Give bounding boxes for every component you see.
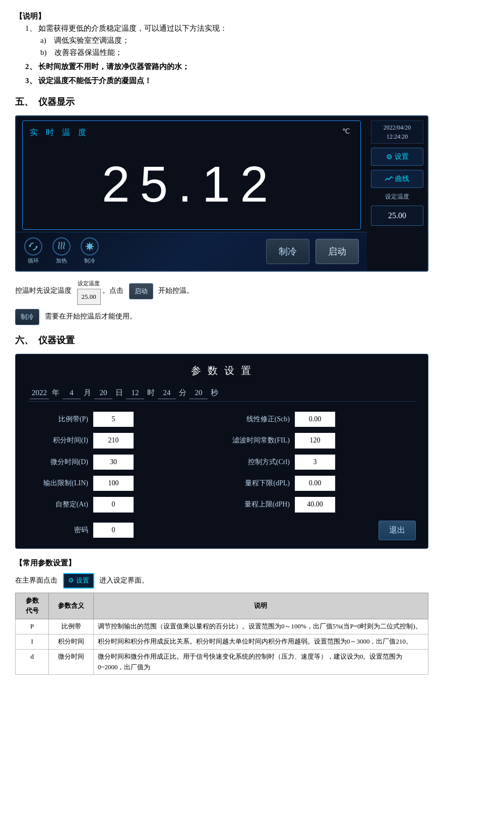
param-label-dpl: 量程下限(dPL) [229,478,290,489]
cell-desc-d: 微分时间和微分作用成正比。用于信号快速变化系统的控制时（压力、速度等），建议设为… [93,649,428,675]
setting-desc-prefix: 在主界面点击 [15,576,57,584]
sub-item-b: b) 改善容器保温性能； [40,46,489,58]
curve-button[interactable]: 曲线 [371,170,423,188]
month-field[interactable]: 4 [62,387,81,399]
icon-circulation: 循环 [24,237,42,266]
cool-mode-label: 制冷 [84,257,95,266]
page-container: 【说明】 1、 如需获得更低的介质稳定温度，可以通过以下方法实现： a) 调低实… [0,0,504,685]
param-value-dph[interactable]: 40.00 [295,497,335,512]
param-value-d[interactable]: 30 [93,455,134,470]
table-row-p: P 比例带 调节控制输出的范围（设置值乘以量程的百分比）。设置范围为0～100%… [16,619,428,634]
temp-section: 实 时 温 度 ℃ 25.12 [22,120,361,230]
param-row-fil: 滤波时间常数(FIL) 120 [229,433,416,448]
param-label-crl: 控制方式(Crl) [229,457,290,468]
params-panel: 参 数 设 置 2022 年 4 月 20 日 12 时 24 分 20 秒 比… [15,354,428,549]
heat-icon [52,237,71,256]
set-temp-label: 设定温度 [371,192,423,202]
param-label-at: 自整定(At) [28,499,88,510]
instruction-num-1: 1、 [25,24,37,32]
section5-heading: 五、 仪器显示 [15,95,489,109]
instruction-text-3: 设定温度不能低于介质的凝固点！ [38,77,152,85]
param-row-dpl: 量程下限(dPL) 0.00 [229,476,416,491]
hour-field[interactable]: 12 [126,387,144,399]
heat-label: 加热 [56,257,67,266]
param-label-scb: 线性修正(Scb) [229,414,290,425]
param-label-d: 微分时间(D) [28,457,88,468]
panel-sidebar: 2022/04/20 12:24:20 ⚙ 设置 曲线 设定温度 25.00 [367,116,427,271]
param-value-i[interactable]: 210 [93,433,134,448]
setting-desc: 在主界面点击 ⚙ 设置 进入设定界面。 [15,573,489,589]
table-row-i: I 积分时间 积分时间和积分作用成反比关系。积分时间越大单位时间内积分作用越弱。… [16,634,428,649]
param-value-crl[interactable]: 3 [295,455,335,470]
password-row: 密码 0 退出 [28,521,416,540]
sub-letter-b: b) [40,48,52,56]
second-char: 秒 [211,387,218,399]
month-char: 月 [84,387,91,399]
cell-name-i: 积分时间 [49,634,94,649]
param-row-lin: 输出限制(LIN) 100 [28,476,214,491]
datetime-line2: 12:24:20 [373,132,421,141]
circulation-label: 循环 [28,257,39,266]
param-row-dph: 量程上限(dPH) 40.00 [229,497,416,512]
sub-item-a: a) 调低实验室空调温度； [40,34,489,46]
control-cool-text: 制冷 需要在开始控温后才能使用。 [15,309,489,325]
minute-field[interactable]: 24 [158,387,176,399]
datetime-line1: 2022/04/20 [373,123,421,132]
cool-note-text: 需要在开始控温后才能使用。 [45,312,137,320]
col-header-code: 参数代号 [16,593,49,619]
icon-group: 循环 加热 [24,237,266,266]
second-field[interactable]: 20 [190,387,208,399]
instructions-section: 【说明】 1、 如需获得更低的介质稳定温度，可以通过以下方法实现： a) 调低实… [15,10,489,87]
circulation-icon [24,237,42,256]
param-value-lin[interactable]: 100 [93,476,134,491]
gear-icon-inline: ⚙ [68,576,74,586]
param-row-crl: 控制方式(Crl) 3 [229,455,416,470]
day-field[interactable]: 20 [94,387,112,399]
action-btns: 制冷 启动 [266,239,359,264]
sub-list-1: a) 调低实验室空调温度； b) 改善容器保温性能； [25,34,489,58]
param-label-lin: 输出限制(LIN) [28,478,88,489]
control-text: 控温时先设定温度 设定温度 25.00 。点击 启动 开始控温。 [15,278,489,305]
password-label: 密码 [28,525,88,536]
col-header-desc: 说明 [93,593,428,619]
param-value-dpl[interactable]: 0.00 [295,476,335,491]
minute-char: 分 [179,387,186,399]
password-left: 密码 0 [28,523,134,538]
param-value-fil[interactable]: 120 [295,433,335,448]
instruction-item-3: 3、 设定温度不能低于介质的凝固点！ [25,75,489,87]
year-field[interactable]: 2022 [30,387,49,399]
param-value-scb[interactable]: 0.00 [295,412,335,427]
control-text-part3: 开始控温。 [158,287,194,294]
day-char: 日 [115,387,123,399]
param-grid: 比例带(P) 5 线性修正(Scb) 0.00 积分时间(I) 210 滤波时间… [28,412,416,513]
param-label-dph: 量程上限(dPH) [229,499,290,510]
cell-desc-i: 积分时间和积分作用成反比关系。积分时间越大单位时间内积分作用越弱。设置范围为0～… [93,634,428,649]
col-header-name: 参数含义 [49,593,94,619]
instruction-text-1: 如需获得更低的介质稳定温度，可以通过以下方法实现： [38,24,227,32]
cell-name-d: 微分时间 [49,649,94,675]
inline-cool-btn: 制冷 [15,309,39,325]
table-header-row: 参数代号 参数含义 说明 [16,593,428,619]
settings-btn-inline[interactable]: ⚙ 设置 [63,573,94,589]
hour-char: 时 [147,387,155,399]
start-button[interactable]: 启动 [316,239,359,264]
common-params-section: 【常用参数设置】 在主界面点击 ⚙ 设置 进入设定界面。 参数代号 参数含义 说… [15,557,489,675]
date-row: 2022 年 4 月 20 日 12 时 24 分 20 秒 [28,387,416,402]
settings-button[interactable]: ⚙ 设置 [371,148,423,166]
param-label-i: 积分时间(I) [28,435,88,446]
param-row-d: 微分时间(D) 30 [28,455,214,470]
param-value-p[interactable]: 5 [93,412,134,427]
cell-code-i: I [16,634,49,649]
params-title: 参 数 设 置 [28,362,416,378]
control-text-part1: 控温时先设定温度 [15,287,72,294]
icon-heat: 加热 [52,237,71,266]
cool-button[interactable]: 制冷 [266,239,309,264]
control-text-part2: 。点击 [102,287,123,294]
section6-title: 仪器设置 [38,333,75,348]
instruction-text-2: 长时间放置不用时，请放净仪器管路内的水； [38,62,190,71]
section6-heading: 六、 仪器设置 [15,333,489,348]
password-value[interactable]: 0 [93,523,134,538]
icon-cool-mode: 制冷 [81,237,99,266]
exit-button[interactable]: 退出 [379,521,416,540]
param-value-at[interactable]: 0 [93,497,134,512]
